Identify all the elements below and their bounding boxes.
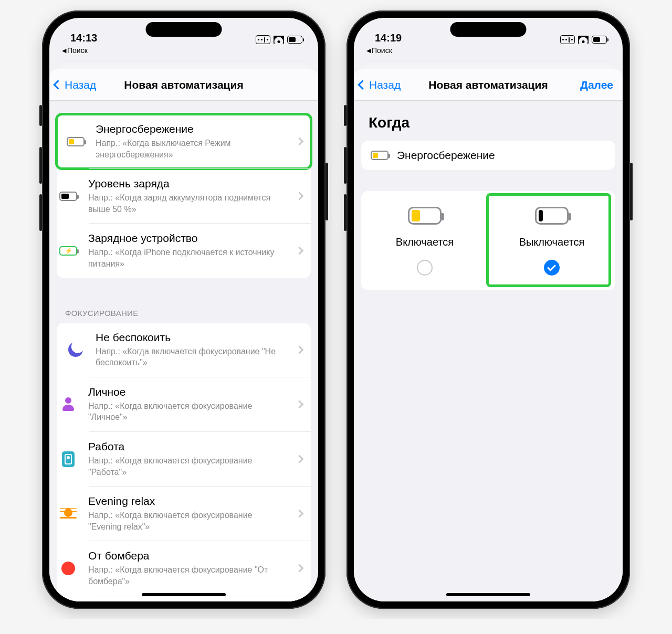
battery-level-icon [59,192,77,201]
red-dot-icon [61,562,75,575]
wifi-icon [578,36,589,44]
battery-off-icon [535,207,569,225]
briefcase-icon [62,451,75,467]
radio-checked[interactable] [544,260,560,276]
sunset-icon [60,508,77,520]
option-turns-on[interactable]: Включается [368,207,482,276]
nav-bar: Назад Новая автоматизация [49,69,318,101]
phone-right: 14:19 ◀ Поиск Назад Новая автоматизация [346,10,630,609]
chevron-left-icon [53,80,62,89]
trigger-dog-walk[interactable]: Прогулка с собакой [89,596,311,602]
next-button[interactable]: Далее [580,79,613,91]
low-power-icon [67,137,85,146]
cellular-icon [256,35,270,44]
charger-icon: ⚡ [59,246,77,256]
cellular-icon [560,35,575,44]
back-to-app[interactable]: ◀ Поиск [49,44,318,55]
chevron-right-icon [296,510,304,518]
nav-title: Новая автоматизация [124,79,243,91]
section-header-focus: ФОКУСИРОВАНИЕ [49,294,318,323]
back-button[interactable]: Назад [359,79,401,91]
battery-on-icon [408,207,442,225]
chevron-right-icon [296,455,304,463]
trigger-battery-level[interactable]: Уровень заряда Напр.: «Когда заряд аккум… [89,168,311,223]
trigger-charger[interactable]: ⚡ Зарядное устройство Напр.: «Когда iPho… [89,223,311,278]
trigger-work[interactable]: Работа Напр.: «Когда включается фокусиро… [89,431,311,486]
on-off-selector: Включается Выключается [361,191,615,290]
trigger-bomber[interactable]: От бомбера Напр.: «Когда включается фоку… [89,541,311,595]
battery-icon [592,36,607,44]
moon-icon [68,342,83,357]
home-indicator[interactable] [446,593,530,596]
chevron-right-icon [296,400,304,409]
chevron-right-icon [296,345,304,354]
nav-bar: Назад Новая автоматизация Далее [354,69,623,101]
status-bar: 14:13 [49,18,318,44]
trigger-dnd[interactable]: Не беспокоить Напр.: «Когда включается ф… [57,323,311,377]
battery-icon [287,36,302,44]
chevron-right-icon [296,247,304,255]
status-time: 14:13 [70,32,97,44]
phone-left: 14:13 ◀ Поиск Назад Новая автоматизация [42,10,326,609]
trigger-personal[interactable]: Личное Напр.: «Когда включается фокусиро… [89,377,311,431]
nav-title: Новая автоматизация [428,79,548,91]
selected-trigger: Энергосбережение [361,141,615,170]
check-icon [547,262,556,271]
chevron-right-icon [296,564,304,573]
trigger-evening-relax[interactable]: Evening relax Напр.: «Когда включается ф… [89,486,311,541]
low-power-icon [371,151,388,160]
chevron-right-icon [296,192,304,200]
back-to-app[interactable]: ◀ Поиск [354,44,623,55]
wifi-icon [274,36,284,44]
person-icon [62,397,74,411]
home-indicator[interactable] [142,593,226,596]
chevron-right-icon [296,138,304,146]
option-turns-off[interactable]: Выключается [495,207,609,276]
trigger-low-power-mode[interactable]: Энергосбережение Напр.: «Когда выключает… [57,114,311,168]
status-bar: 14:19 [354,18,623,44]
when-header: Когда [354,101,623,141]
radio-unchecked[interactable] [417,260,433,276]
back-button[interactable]: Назад [55,79,96,91]
status-time: 14:19 [375,32,402,44]
chevron-left-icon [358,80,367,89]
